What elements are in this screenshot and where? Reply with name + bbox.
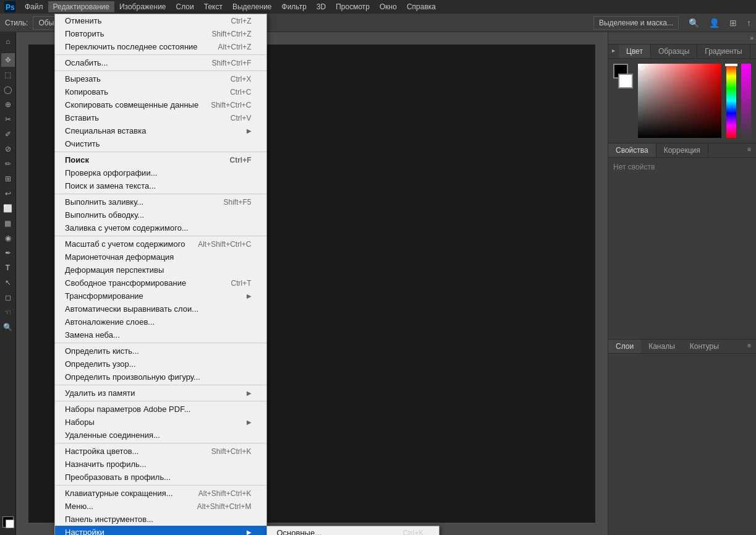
menu-3d[interactable]: 3D bbox=[312, 1, 331, 12]
menu-view[interactable]: Просмотр bbox=[331, 1, 375, 12]
menu-assign-profile[interactable]: Назначить профиль... bbox=[55, 458, 266, 471]
quick-select-tool[interactable]: ⊕ bbox=[1, 98, 15, 111]
lasso-tool[interactable]: ◯ bbox=[1, 83, 15, 96]
search-icon[interactable]: 🔍 bbox=[689, 18, 699, 28]
menu-preferences[interactable]: Настройки ▶ Основные... Ctrl+K Интерфейс… bbox=[55, 526, 266, 535]
tab-gradients[interactable]: Градиенты bbox=[697, 45, 750, 58]
menu-fill[interactable]: Выполнить заливку... Shift+F5 bbox=[55, 195, 266, 208]
tab-patterns[interactable]: Узоры bbox=[750, 45, 756, 58]
menu-perspective-warp[interactable]: Деформация перспективы bbox=[55, 263, 266, 276]
menu-copy-merged[interactable]: Скопировать совмещенные данные Shift+Ctr… bbox=[55, 98, 266, 111]
menu-file[interactable]: Файл bbox=[20, 1, 48, 12]
menu-spellcheck[interactable]: Проверка орфографии... bbox=[55, 166, 266, 179]
menu-layers[interactable]: Слои bbox=[171, 1, 199, 12]
path-select-tool[interactable]: ↖ bbox=[1, 276, 15, 289]
eraser-tool[interactable]: ⬜ bbox=[1, 202, 15, 215]
tab-layers[interactable]: Слои bbox=[608, 340, 641, 353]
menu-free-transform[interactable]: Свободное трансформирование Ctrl+T bbox=[55, 276, 266, 289]
pref-general[interactable]: Основные... Ctrl+K bbox=[267, 526, 439, 535]
menu-keyboard[interactable]: Клавиатурные сокращения... Alt+Shift+Ctr… bbox=[55, 487, 266, 500]
selection-mask-button[interactable]: Выделение и маска... bbox=[593, 16, 679, 30]
dodge-tool[interactable]: ◉ bbox=[1, 231, 15, 245]
menu-auto-align[interactable]: Автоматически выравнивать слои... bbox=[55, 302, 266, 315]
menu-convert-profile[interactable]: Преобразовать в профиль... bbox=[55, 471, 266, 484]
menu-remote[interactable]: Удаленные соединения... bbox=[55, 429, 266, 442]
menu-define-shape[interactable]: Определить произвольную фигуру... bbox=[55, 370, 266, 383]
menu-paste[interactable]: Вставить Ctrl+V bbox=[55, 111, 266, 124]
shape-tool[interactable]: ◻ bbox=[1, 291, 15, 304]
menu-undo[interactable]: Отменить Ctrl+Z bbox=[55, 14, 266, 27]
preferences-submenu-content: Основные... Ctrl+K Интерфейс... Рабочая … bbox=[266, 526, 440, 535]
tab-swatches[interactable]: Образцы bbox=[651, 45, 697, 58]
marquee-tool[interactable]: ⬚ bbox=[1, 68, 15, 82]
sep2 bbox=[55, 71, 266, 71]
pen-tool[interactable]: ✒ bbox=[1, 246, 15, 260]
menu-paste-special[interactable]: Специальная вставка ▶ bbox=[55, 124, 266, 137]
text-tool[interactable]: T bbox=[1, 261, 15, 275]
layers-panel-menu[interactable]: ≡ bbox=[742, 340, 756, 353]
gradient-tool[interactable]: ▦ bbox=[1, 216, 15, 230]
tab-properties[interactable]: Свойства bbox=[608, 143, 656, 157]
right-panel: » ▸ Цвет Образцы Градиенты Узоры ≡ bbox=[608, 32, 756, 535]
menu-auto-blend[interactable]: Автоналожение слоев... bbox=[55, 315, 266, 328]
menu-text[interactable]: Текст bbox=[199, 1, 227, 12]
alpha-bar[interactable] bbox=[741, 64, 751, 138]
move-tool[interactable]: ✥ bbox=[1, 53, 15, 67]
menu-selection[interactable]: Выделение bbox=[227, 1, 277, 12]
stamp-tool[interactable]: ⊞ bbox=[1, 172, 15, 186]
account-icon[interactable]: 👤 bbox=[709, 18, 720, 28]
healing-tool[interactable]: ⊘ bbox=[1, 142, 15, 156]
menu-presets[interactable]: Наборы ▶ bbox=[55, 416, 266, 429]
menu-redo[interactable]: Повторить Shift+Ctrl+Z bbox=[55, 27, 266, 40]
menu-content-scale[interactable]: Масштаб с учетом содержимого Alt+Shift+C… bbox=[55, 238, 266, 250]
menu-puppet-warp[interactable]: Марионеточная деформация bbox=[55, 250, 266, 263]
hand-tool[interactable]: ☜ bbox=[1, 306, 15, 319]
collapse-panel-button[interactable]: » bbox=[750, 35, 754, 41]
menu-toggle-state[interactable]: Переключить последнее состояние Alt+Ctrl… bbox=[55, 40, 266, 53]
home-tool[interactable]: ⌂ bbox=[1, 35, 15, 48]
menu-cut[interactable]: Вырезать Ctrl+X bbox=[55, 72, 266, 85]
menu-help[interactable]: Справка bbox=[402, 1, 441, 12]
ps-logo: Ps bbox=[2, 0, 17, 14]
menu-purge[interactable]: Удалить из памяти ▶ bbox=[55, 387, 266, 400]
menu-color-settings[interactable]: Настройка цветов... Shift+Ctrl+K bbox=[55, 445, 266, 458]
properties-content: Нет свойств bbox=[608, 158, 756, 176]
menu-sky-replace[interactable]: Замена неба... bbox=[55, 328, 266, 341]
menu-define-pattern[interactable]: Определить узор... bbox=[55, 357, 266, 370]
menu-image[interactable]: Изображение bbox=[114, 1, 171, 12]
background-color[interactable] bbox=[618, 74, 633, 88]
color-panel-collapse[interactable]: ▸ bbox=[608, 45, 619, 58]
tab-channels[interactable]: Каналы bbox=[641, 340, 682, 353]
menu-clear[interactable]: Очистить bbox=[55, 137, 266, 150]
layout-icon[interactable]: ⊞ bbox=[729, 18, 737, 28]
brush-tool[interactable]: ✏ bbox=[1, 157, 15, 171]
menu-search[interactable]: Поиск Ctrl+F bbox=[55, 153, 266, 166]
tab-correction[interactable]: Коррекция bbox=[656, 143, 708, 157]
zoom-tool[interactable]: 🔍 bbox=[1, 320, 15, 334]
menu-transform[interactable]: Трансформирование ▶ bbox=[55, 289, 266, 302]
left-toolbar: ⌂ ✥ ⬚ ◯ ⊕ ✂ ✐ ⊘ ✏ ⊞ ↩ ⬜ ▦ ◉ ✒ T ↖ ◻ ☜ 🔍 bbox=[0, 32, 16, 535]
history-tool[interactable]: ↩ bbox=[1, 187, 15, 200]
sep3 bbox=[55, 152, 266, 152]
menu-fade[interactable]: Ослабить... Shift+Ctrl+F bbox=[55, 56, 266, 69]
menu-define-brush[interactable]: Определить кисть... bbox=[55, 345, 266, 357]
menu-content-fill[interactable]: Заливка с учетом содержимого... bbox=[55, 221, 266, 234]
menu-toolbar-customize[interactable]: Панель инструментов... bbox=[55, 513, 266, 526]
sep7 bbox=[55, 385, 266, 385]
menu-filter[interactable]: Фильтр bbox=[277, 1, 312, 12]
menu-find-replace[interactable]: Поиск и замена текста... bbox=[55, 179, 266, 192]
hue-bar[interactable] bbox=[726, 64, 736, 138]
eyedropper-tool[interactable]: ✐ bbox=[1, 127, 15, 141]
tab-paths[interactable]: Контуры bbox=[682, 340, 726, 353]
menu-adobe-pdf[interactable]: Наборы параметров Adobe PDF... bbox=[55, 403, 266, 416]
tab-color[interactable]: Цвет bbox=[619, 45, 651, 58]
menu-window[interactable]: Окно bbox=[375, 1, 402, 12]
color-gradient[interactable] bbox=[638, 64, 721, 138]
menu-menus[interactable]: Меню... Alt+Shift+Ctrl+M bbox=[55, 500, 266, 513]
properties-panel-menu[interactable]: ≡ bbox=[742, 143, 756, 157]
menu-edit[interactable]: Редактирование bbox=[48, 1, 114, 12]
menu-stroke[interactable]: Выполнить обводку... bbox=[55, 208, 266, 221]
crop-tool[interactable]: ✂ bbox=[1, 113, 15, 126]
menu-copy[interactable]: Копировать Ctrl+C bbox=[55, 85, 266, 98]
share-icon[interactable]: ↑ bbox=[747, 18, 751, 28]
